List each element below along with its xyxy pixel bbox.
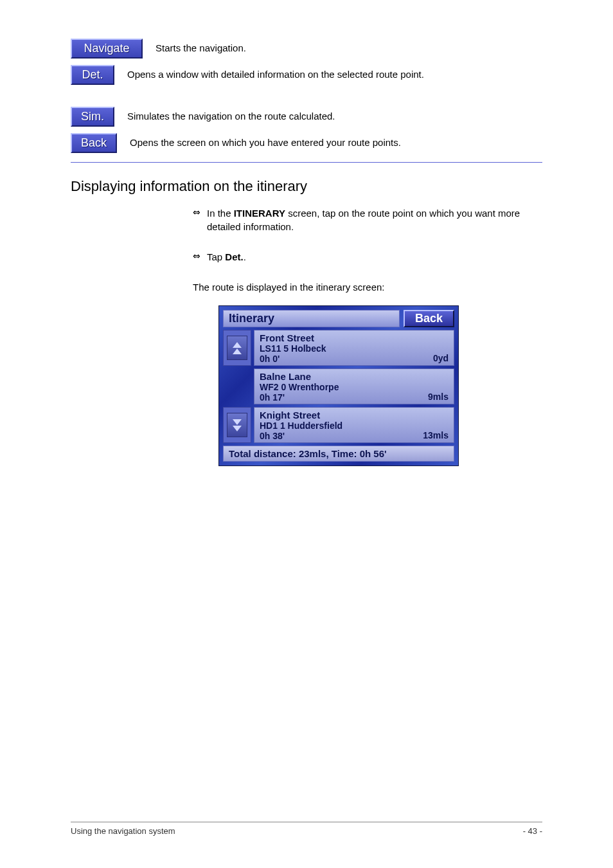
det-button[interactable]: Det. [71, 65, 114, 85]
double-up-icon [227, 336, 247, 360]
arrow-icon: ⇔ [193, 206, 200, 233]
legend-row-navigate: Navigate Starts the navigation. [71, 39, 246, 59]
itinerary-summary: Total distance: 23mls, Time: 0h 56' [223, 446, 454, 462]
itinerary-row[interactable]: Knight Street HD1 1 Huddersfield 0h 38' … [223, 407, 454, 443]
itinerary-dist: 9mls [428, 392, 449, 402]
button-legend: Navigate Starts the navigation. Det. Ope… [71, 39, 542, 153]
scroll-up-button[interactable] [223, 330, 251, 366]
itinerary-figure: Itinerary Back Front Street LS11 5 Holbe… [135, 305, 542, 466]
footer-divider [71, 822, 542, 822]
itinerary-place: WF2 0 Wrenthorpe [260, 382, 449, 392]
itinerary-time: 0h 0' [260, 354, 449, 364]
det-desc: Opens a window with detailed information… [127, 68, 424, 81]
itinerary-row[interactable]: Front Street LS11 5 Holbeck 0h 0' 0yd [223, 330, 454, 366]
legend-row-back: Back Opens the screen on which you have … [71, 133, 401, 153]
itinerary-cell[interactable]: Knight Street HD1 1 Huddersfield 0h 38' … [254, 407, 454, 443]
itinerary-icon-empty [223, 368, 251, 404]
itinerary-street: Front Street [260, 332, 449, 343]
page-footer: Using the navigation system - 43 - [71, 822, 542, 836]
back-desc: Opens the screen on which you have enter… [130, 136, 401, 149]
instruction-text: Tap Det.. [207, 250, 542, 264]
itinerary-title: Itinerary [223, 310, 400, 327]
footer-page-number: - 43 - [523, 826, 542, 836]
sim-button[interactable]: Sim. [71, 107, 114, 127]
itinerary-cell[interactable]: Front Street LS11 5 Holbeck 0h 0' 0yd [254, 330, 454, 366]
itinerary-street: Balne Lane [260, 371, 449, 382]
legend-row-det: Det. Opens a window with detailed inform… [71, 65, 424, 85]
itinerary-place: LS11 5 Holbeck [260, 343, 449, 354]
itinerary-row[interactable]: Balne Lane WF2 0 Wrenthorpe 0h 17' 9mls [223, 368, 454, 404]
legend-row-sim: Sim. Simulates the navigation on the rou… [71, 107, 335, 127]
arrow-icon: ⇔ [193, 250, 200, 264]
itinerary-time: 0h 17' [260, 392, 449, 402]
itinerary-dist: 0yd [433, 353, 449, 363]
instruction-item: ⇔ Tap Det.. [193, 250, 542, 264]
instruction-text: In the ITINERARY screen, tap on the rout… [207, 206, 542, 233]
itinerary-back-button[interactable]: Back [404, 310, 454, 327]
instruction-item: ⇔ In the ITINERARY screen, tap on the ro… [193, 206, 542, 233]
footer-left: Using the navigation system [71, 826, 523, 836]
instruction-list: ⇔ In the ITINERARY screen, tap on the ro… [193, 206, 542, 264]
double-down-icon [227, 413, 247, 437]
back-button[interactable]: Back [71, 133, 117, 153]
section-title: Displaying information on the itinerary [71, 178, 542, 195]
itinerary-street: Knight Street [260, 410, 449, 420]
itinerary-panel: Itinerary Back Front Street LS11 5 Holbe… [218, 305, 459, 466]
itinerary-time: 0h 38' [260, 431, 449, 441]
scroll-down-button[interactable] [223, 407, 251, 443]
divider [71, 162, 542, 163]
itinerary-cell[interactable]: Balne Lane WF2 0 Wrenthorpe 0h 17' 9mls [254, 368, 454, 404]
itinerary-dist: 13mls [423, 430, 449, 440]
page: Navigate Starts the navigation. Det. Ope… [0, 0, 613, 868]
itinerary-header: Itinerary Back [223, 310, 454, 327]
navigate-desc: Starts the navigation. [155, 42, 246, 55]
itinerary-place: HD1 1 Huddersfield [260, 420, 449, 431]
navigate-button[interactable]: Navigate [71, 39, 143, 59]
sim-desc: Simulates the navigation on the route ca… [127, 110, 335, 123]
chapter-intro: The route is displayed in the itinerary … [193, 280, 542, 294]
